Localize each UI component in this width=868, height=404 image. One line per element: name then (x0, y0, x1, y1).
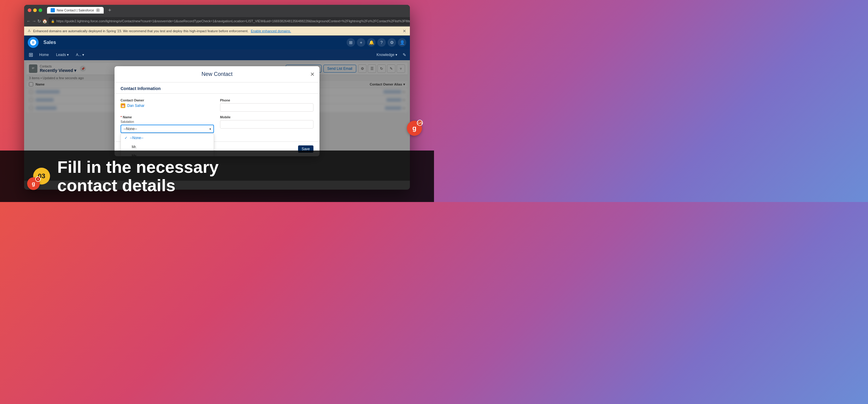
modal-header: New Contact ✕ (115, 66, 319, 82)
modal-title: New Contact (201, 71, 232, 77)
nav-edit-icon[interactable]: ✎ (401, 51, 407, 58)
modal-section-title: Contact Information (115, 82, 319, 94)
home-button[interactable]: 🏠 (42, 17, 47, 25)
salutation-sublabel: Salutation (121, 120, 214, 124)
traffic-lights (28, 8, 42, 12)
modal-body: Contact Owner ⏰ Dan Sahar Phone (115, 94, 319, 141)
grammarly-small-letter: g (32, 181, 35, 187)
salutation-option-none[interactable]: ✓ --None-- (121, 133, 214, 142)
salutation-value: --None-- (124, 127, 137, 131)
tab-close-button[interactable]: ✕ (96, 8, 100, 12)
secure-icon: 🔒 (51, 20, 55, 23)
back-button[interactable]: ← (27, 17, 31, 25)
nav-home[interactable]: Home (36, 51, 52, 59)
step-text-line1: Fill in the necessary (57, 158, 218, 176)
settings-icon[interactable]: ⚙ (388, 38, 396, 47)
name-label: Name (121, 115, 214, 119)
phone-group: Phone (220, 98, 313, 112)
salutation-select[interactable]: --None-- ▾ (121, 125, 214, 133)
apps-icon[interactable]: ⊞ (27, 50, 35, 59)
minimize-traffic-light[interactable] (33, 8, 37, 12)
nav-leads[interactable]: Leads ▾ (53, 51, 72, 59)
option-label: Mr. (132, 145, 137, 149)
notification-bell-icon[interactable]: 🔔 (367, 38, 375, 47)
grammarly-badge: 125 (417, 120, 423, 126)
banner-close-button[interactable]: ✕ (403, 29, 406, 33)
active-tab[interactable]: New Contact | Salesforce ✕ (47, 7, 104, 13)
salutation-dropdown-arrow: ▾ (210, 127, 211, 131)
mobile-group: Mobile (220, 115, 313, 133)
grammarly-side-button[interactable]: g 125 (407, 121, 422, 136)
banner-text: Enhanced domains are automatically deplo… (33, 29, 248, 33)
contact-owner-display[interactable]: ⏰ Dan Sahar (121, 103, 214, 108)
maximize-traffic-light[interactable] (38, 8, 42, 12)
sf-navigation: ⊞ Home Leads ▾ A... ▾ Knowledge ▾ ✎ (24, 49, 410, 60)
sf-header-actions: ⊞ + 🔔 ? ⚙ 👤 (347, 38, 406, 47)
option-label: --None-- (130, 136, 144, 140)
app-name: Sales (43, 40, 56, 45)
url-text: https://guide2.lightning.force.com/light… (56, 19, 410, 23)
help-icon[interactable]: ? (377, 38, 386, 47)
banner-warning-icon: ⚠ (28, 29, 31, 33)
refresh-button[interactable]: ↻ (37, 17, 41, 25)
banner-link[interactable]: Enable enhanced domains. (251, 29, 291, 33)
nav-knowledge[interactable]: Knowledge ▾ (373, 51, 400, 59)
sf-header-nav: Sales (43, 40, 56, 45)
mobile-input[interactable] (220, 120, 313, 129)
step-overlay: 03 Fill in the necessary contact details (0, 150, 434, 202)
grammarly-small-badge: 3 (35, 176, 41, 182)
step-text-line2: contact details (57, 176, 176, 195)
grid-icon[interactable]: ⊞ (347, 38, 355, 47)
forward-button[interactable]: → (32, 17, 36, 25)
grammarly-small-button[interactable]: g 3 (27, 177, 40, 190)
tab-favicon (51, 8, 55, 12)
add-icon[interactable]: + (357, 38, 365, 47)
new-tab-button[interactable]: + (106, 7, 113, 14)
name-group: Name Salutation --None-- ▾ (121, 115, 214, 133)
salutation-container: --None-- ▾ ✓ --None-- (121, 125, 214, 133)
phone-input[interactable] (220, 103, 313, 112)
sf-header: Sales ⊞ + 🔔 ? ⚙ 👤 (24, 36, 410, 49)
grammarly-letter: g (412, 124, 416, 132)
checkmark-icon: ✓ (124, 136, 127, 140)
new-contact-modal: New Contact ✕ Contact Information Contac… (115, 66, 319, 156)
form-row-1: Contact Owner ⏰ Dan Sahar Phone (121, 98, 313, 112)
owner-avatar-icon: ⏰ (121, 103, 125, 108)
contact-owner-group: Contact Owner ⏰ Dan Sahar (121, 98, 214, 112)
salutation-option-mr[interactable]: Mr. (121, 142, 214, 152)
step-text: Fill in the necessary contact details (57, 158, 218, 195)
browser-titlebar: New Contact | Salesforce ✕ + (24, 5, 410, 15)
contact-owner-value: Dan Sahar (127, 104, 144, 108)
salesforce-logo (28, 37, 38, 48)
enhancement-banner: ⚠ Enhanced domains are automatically dep… (24, 27, 410, 36)
mobile-label: Mobile (220, 115, 313, 119)
close-traffic-light[interactable] (28, 8, 31, 12)
user-avatar[interactable]: 👤 (398, 38, 406, 47)
form-row-2: Name Salutation --None-- ▾ (121, 115, 313, 133)
tab-title: New Contact | Salesforce (57, 8, 94, 12)
browser-toolbar: ← → ↻ 🏠 🔒 https://guide2.lightning.force… (24, 15, 410, 27)
nav-other[interactable]: A... ▾ (73, 51, 87, 59)
phone-label: Phone (220, 98, 313, 102)
url-bar[interactable]: 🔒 https://guide2.lightning.force.com/lig… (49, 17, 410, 25)
contact-owner-label: Contact Owner (121, 98, 214, 102)
modal-close-button[interactable]: ✕ (310, 71, 315, 78)
